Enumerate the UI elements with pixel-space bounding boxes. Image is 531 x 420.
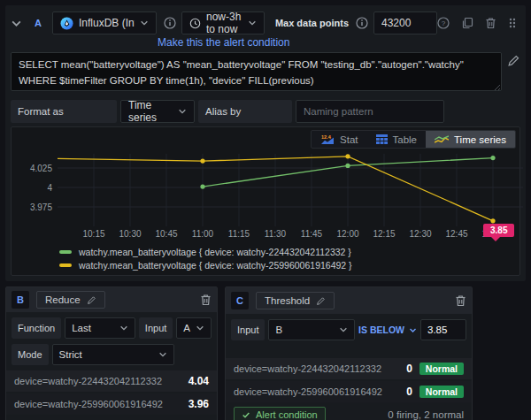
svg-text:10:45: 10:45: [155, 229, 177, 239]
stat-icon: 12.4: [320, 134, 335, 145]
series-color-chip: [59, 250, 72, 254]
toggle-stat-label: Stat: [340, 134, 358, 145]
toggle-time-series-label: Time series: [454, 134, 506, 145]
svg-text:?: ?: [442, 19, 446, 27]
svg-text:4.025: 4.025: [30, 164, 52, 173]
result-series-name: device=watchy-224432042112332: [14, 376, 162, 386]
svg-text:11:45: 11:45: [301, 229, 323, 239]
drag-handle-icon[interactable]: [508, 17, 517, 29]
edit-pencil-icon: [87, 295, 96, 305]
toggle-stat[interactable]: 12.4 Stat: [312, 131, 366, 148]
chevron-down-icon: [119, 324, 128, 332]
collapse-chevron-icon[interactable]: [11, 18, 22, 29]
query-row: SELECT mean("batteryvoltage") AS "mean_b…: [11, 52, 520, 94]
info-circle-icon[interactable]: [164, 17, 176, 29]
series-color-chip: [59, 263, 72, 267]
chevron-down-icon: [196, 324, 204, 332]
alias-pattern-input[interactable]: [296, 100, 444, 123]
chevron-down-icon: [248, 19, 257, 27]
query-actions: ?: [437, 17, 520, 29]
threshold-input-select[interactable]: B: [268, 319, 355, 340]
make-alert-condition-link[interactable]: Make this the alert condition: [158, 36, 289, 49]
threshold-expression-panel: C Threshold Input B IS BELOW: [225, 286, 473, 420]
reduce-input-select[interactable]: A: [176, 317, 212, 339]
status-badge: Normal: [419, 363, 464, 375]
threshold-handle[interactable]: 3.85: [483, 224, 514, 237]
threshold-input-value: B: [275, 325, 282, 335]
info-circle-icon[interactable]: [356, 17, 368, 29]
operator-value: IS BELOW: [358, 325, 404, 335]
query-letter: A: [35, 18, 42, 28]
svg-text:11:00: 11:00: [192, 229, 214, 239]
copy-icon[interactable]: [461, 17, 473, 29]
time-range-picker[interactable]: now-3h to now: [181, 11, 265, 34]
result-row: device=watchy-224432042112332 0 Normal: [226, 358, 472, 379]
query-textarea[interactable]: SELECT mean("batteryvoltage") AS "mean_b…: [11, 52, 502, 91]
reduce-results: device=watchy-224432042112332 4.04 devic…: [6, 370, 217, 416]
datasource-picker[interactable]: InfluxDB (Inf...: [52, 11, 157, 34]
help-circle-icon[interactable]: ?: [437, 17, 450, 29]
trash-icon[interactable]: [200, 294, 212, 306]
threshold-arrow-icon: [491, 237, 500, 246]
chart-canvas[interactable]: 10:1510:3010:4511:0011:1511:3011:4512:00…: [13, 150, 527, 242]
reduce-expression-panel: B Reduce Function Last Input A: [5, 286, 218, 420]
svg-text:12.4: 12.4: [321, 134, 332, 140]
legend-item[interactable]: watchy.mean_batteryvoltage { device: wat…: [59, 245, 518, 258]
legend-label: watchy.mean_batteryvoltage { device: wat…: [79, 260, 352, 271]
function-value: Last: [72, 323, 91, 333]
toggle-table-label: Table: [393, 134, 418, 145]
result-value: 0: [406, 363, 412, 375]
expression-letter-badge: C: [231, 292, 249, 309]
function-select[interactable]: Last: [65, 317, 135, 339]
svg-text:12:15: 12:15: [373, 229, 395, 239]
threshold-value-input[interactable]: [420, 319, 466, 340]
toggle-time-series[interactable]: Time series: [426, 131, 515, 148]
table-icon: [376, 134, 388, 144]
firing-status: 0 firing, 2 normal: [388, 409, 464, 420]
clock-icon: [189, 18, 201, 29]
chart-legend: watchy.mean_batteryvoltage { device: wat…: [13, 242, 518, 271]
operator-select[interactable]: IS BELOW: [358, 325, 417, 335]
format-as-label: Format as: [11, 100, 117, 123]
threshold-footer: Alert condition 0 firing, 2 normal: [226, 404, 472, 420]
query-options-row: Format as Time series Alias by: [11, 100, 520, 123]
threshold-header: C Threshold: [226, 287, 472, 314]
svg-text:3.975: 3.975: [30, 202, 52, 212]
alert-condition-badge: Alert condition: [234, 407, 326, 420]
edit-pencil-icon: [316, 296, 326, 306]
mode-label: Mode: [12, 344, 49, 365]
svg-text:11:30: 11:30: [265, 229, 287, 239]
influxdb-logo-icon: [60, 17, 73, 30]
rename-threshold-button[interactable]: Threshold: [256, 292, 335, 309]
chevron-down-icon: [158, 350, 167, 359]
chevron-down-icon: [409, 326, 417, 334]
reduce-body: Function Last Input A Mode Strict: [6, 312, 217, 370]
trash-icon[interactable]: [485, 17, 496, 29]
max-data-points-input[interactable]: [373, 11, 437, 34]
svg-text:10:15: 10:15: [82, 229, 104, 239]
expression-letter-badge: B: [12, 291, 29, 309]
result-value: 0: [406, 386, 412, 398]
chevron-down-icon: [339, 325, 348, 334]
time-range-label: now-3h to now: [206, 11, 242, 35]
edit-pencil-icon[interactable]: [507, 54, 520, 67]
reduce-footer: Make this the alert condition: [6, 416, 217, 420]
mode-select[interactable]: Strict: [52, 344, 174, 365]
chevron-down-icon: [140, 19, 149, 27]
toggle-table[interactable]: Table: [367, 131, 427, 148]
result-row: device=watchy-259960061916492 0 Normal: [226, 381, 472, 402]
reduce-input-value: A: [183, 323, 190, 333]
query-editor-panel: A InfluxDB (Inf...: [5, 5, 526, 281]
svg-text:12:30: 12:30: [409, 229, 431, 239]
legend-item[interactable]: watchy.mean_batteryvoltage { device: wat…: [59, 258, 518, 271]
chart-area: 10:1510:3010:4511:0011:1511:3011:4512:00…: [13, 150, 518, 242]
status-badge: Normal: [419, 386, 464, 398]
threshold-value-label: 3.85: [490, 225, 507, 235]
trash-icon[interactable]: [455, 294, 466, 307]
svg-text:4: 4: [47, 183, 52, 193]
format-as-select[interactable]: Time series: [120, 100, 195, 123]
svg-text:12:00: 12:00: [336, 229, 358, 239]
threshold-body: Input B IS BELOW: [226, 314, 472, 346]
rename-reduce-button[interactable]: Reduce: [36, 291, 105, 309]
svg-text:12:45: 12:45: [445, 229, 467, 239]
